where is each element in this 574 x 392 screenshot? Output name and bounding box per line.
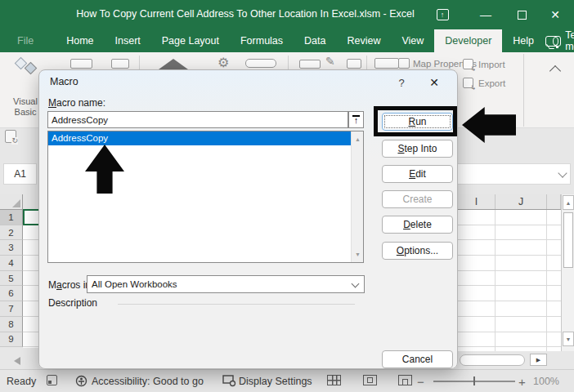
dropdown-chevron-icon: [352, 280, 360, 288]
horizontal-scrollbar-thumb[interactable]: [460, 354, 525, 366]
options-button[interactable]: Options...: [382, 242, 453, 260]
scroll-to-top-button[interactable]: ↑: [348, 111, 364, 128]
zoom-level[interactable]: 100%: [533, 370, 559, 392]
status-ready: Ready: [7, 370, 36, 392]
tab-help[interactable]: Help: [502, 29, 545, 52]
macro-name-input[interactable]: [47, 111, 348, 128]
row-header-5[interactable]: 5: [0, 271, 23, 287]
tab-page-layout[interactable]: Page Layout: [151, 29, 230, 52]
tab-file[interactable]: File: [7, 29, 44, 52]
edit-label-rest: dit: [415, 168, 426, 180]
tab-developer[interactable]: Developer: [434, 29, 502, 52]
macro-list[interactable]: AddressCopy ▲ ▼: [47, 131, 364, 263]
display-settings-label[interactable]: Display Settings: [239, 370, 312, 392]
zoom-slider-thumb[interactable]: [473, 376, 475, 385]
list-scrollbar[interactable]: ▲ ▼: [351, 131, 363, 262]
tab-view[interactable]: View: [391, 29, 434, 52]
design-mode-icon[interactable]: ✎: [325, 55, 335, 68]
tab-home[interactable]: Home: [56, 29, 104, 52]
step-into-button[interactable]: Step Into: [382, 140, 453, 158]
add-ins-icon[interactable]: [159, 59, 188, 69]
use-relative-references-icon[interactable]: [111, 59, 129, 69]
formula-bar-expand-chevron-icon[interactable]: [558, 168, 567, 177]
row-header-4[interactable]: 4: [0, 256, 23, 271]
macros-in-pre: M: [48, 279, 56, 291]
row-header-6[interactable]: 6: [0, 286, 23, 301]
excel-window: How To Copy Current Cell Address To Othe…: [0, 0, 574, 392]
export-icon[interactable]: [463, 78, 473, 88]
step-into-label-rest: tep Into: [404, 143, 437, 154]
ribbon-tabs: FileHomeInsertPage LayoutFormulasDataRev…: [0, 29, 574, 52]
excel-add-ins-gear-icon[interactable]: ⚙: [217, 55, 229, 70]
accessibility-status[interactable]: Accessibility: Good to go: [92, 370, 204, 392]
column-header-partial[interactable]: [547, 194, 561, 209]
com-add-ins-icon[interactable]: [245, 59, 276, 68]
name-box[interactable]: A1: [3, 163, 37, 185]
vertical-scrollbar[interactable]: ▲ ▼: [561, 194, 574, 351]
insert-controls-icon[interactable]: [299, 60, 321, 69]
grid-cells-right[interactable]: [458, 210, 561, 351]
row-header-3[interactable]: 3: [0, 240, 23, 256]
zoom-in-icon[interactable]: +: [518, 370, 526, 392]
properties-icon[interactable]: [347, 59, 361, 69]
list-scroll-down-icon[interactable]: ▼: [352, 248, 364, 261]
tab-review[interactable]: Review: [336, 29, 391, 52]
record-macro-icon[interactable]: [70, 59, 92, 69]
page-layout-glyph: [367, 377, 373, 383]
group-separator: [366, 56, 367, 69]
delete-button[interactable]: Delete: [382, 216, 453, 234]
window-title: How To Copy Current Cell Address To Othe…: [33, 8, 458, 20]
run-label-rest: un: [415, 116, 426, 127]
ribbon-display-options-icon[interactable]: ↑: [432, 0, 453, 29]
normal-view-icon[interactable]: [327, 375, 341, 385]
scroll-down-icon[interactable]: ▼: [563, 332, 574, 346]
tab-insert[interactable]: Insert: [105, 29, 151, 52]
import-label[interactable]: Import: [478, 60, 505, 69]
column-headers: IJ: [458, 194, 561, 210]
list-scroll-up-icon[interactable]: ▲: [352, 133, 364, 145]
row-header-1[interactable]: 1: [0, 210, 23, 225]
select-all-corner[interactable]: [0, 194, 23, 210]
edit-button[interactable]: Edit: [382, 165, 453, 183]
view-code-icon[interactable]: [374, 58, 399, 69]
row-header-9[interactable]: 9: [0, 332, 23, 348]
vertical-scrollbar-thumb[interactable]: [563, 212, 573, 268]
tab-data[interactable]: Data: [294, 29, 336, 52]
row-header-7[interactable]: 7: [0, 301, 23, 317]
macro-dialog: Macro ? ✕ Macro name: ↑ AddressCopy ▲ ▼ …: [38, 69, 458, 369]
dialog-close-icon[interactable]: ✕: [424, 73, 445, 92]
macros-in-dropdown[interactable]: All Open Workbooks: [87, 275, 365, 293]
minimize-icon[interactable]: —: [474, 0, 497, 29]
sheet-view-icon[interactable]: [5, 130, 16, 143]
sheet-scroll-left-icon[interactable]: [14, 357, 20, 365]
macro-recording-icon[interactable]: [47, 375, 57, 385]
comments-icon[interactable]: [545, 36, 561, 47]
import-icon[interactable]: [463, 59, 473, 69]
row-headers: 123456789: [0, 210, 23, 348]
column-header-i[interactable]: I: [458, 194, 496, 209]
run-label-key: R: [408, 116, 415, 127]
active-cell-a1[interactable]: [23, 209, 38, 225]
tab-formulas[interactable]: Formulas: [230, 29, 294, 52]
zoom-out-icon[interactable]: −: [417, 370, 424, 392]
description-divider: [118, 304, 355, 305]
grid-cells-left[interactable]: [23, 210, 38, 348]
row-header-2[interactable]: 2: [0, 225, 23, 241]
dialog-help-icon[interactable]: ?: [392, 74, 410, 91]
up-arrow-glyph: ↑: [354, 117, 359, 124]
page-break-view-icon[interactable]: [398, 375, 412, 385]
scroll-up-icon[interactable]: ▲: [563, 195, 574, 210]
map-properties-icon[interactable]: [398, 58, 410, 69]
maximize-icon[interactable]: [510, 0, 533, 29]
row-header-8[interactable]: 8: [0, 317, 23, 332]
macro-list-item[interactable]: AddressCopy: [48, 131, 351, 145]
scroll-right-icon[interactable]: ▶: [530, 354, 547, 366]
cancel-label: Cancel: [402, 354, 433, 365]
column-header-j[interactable]: J: [496, 194, 547, 209]
export-label[interactable]: Export: [478, 78, 505, 88]
page-layout-view-icon[interactable]: [363, 375, 377, 385]
cancel-button[interactable]: Cancel: [382, 350, 453, 368]
run-button[interactable]: Run: [382, 113, 453, 131]
formula-bar[interactable]: [452, 163, 571, 185]
close-window-icon[interactable]: ✕: [543, 0, 567, 29]
